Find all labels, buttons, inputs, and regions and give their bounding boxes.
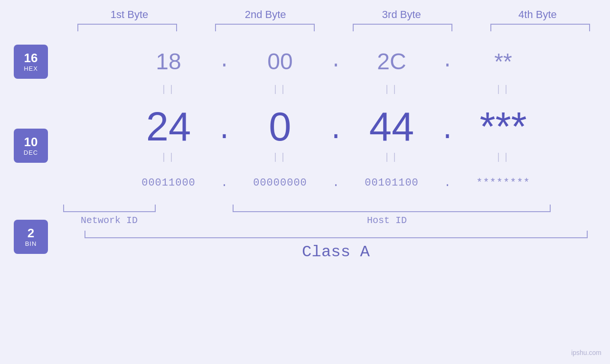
hex-badge: 16 HEX <box>14 45 48 79</box>
dec-dot3: . <box>439 118 456 147</box>
dec-byte3: 44 <box>344 106 439 147</box>
bin-byte3: 00101100 <box>344 177 439 189</box>
bottom-brackets <box>62 205 610 212</box>
network-bracket <box>63 205 156 212</box>
eq2-b4: || <box>456 152 551 163</box>
hex-byte4: ** <box>456 48 551 75</box>
bin-dot3: . <box>439 176 456 190</box>
hex-label: HEX <box>24 65 38 72</box>
host-bracket <box>233 205 551 212</box>
hex-byte3: 2C <box>344 48 439 75</box>
dec-byte2: 0 <box>233 106 328 147</box>
dec-row: 24 . 0 . 44 . *** <box>62 96 610 150</box>
bin-label: BIN <box>25 240 37 247</box>
equals-row-1: || || || || <box>62 83 610 96</box>
byte3-top-bracket <box>353 24 452 31</box>
eq1-b3: || <box>344 84 439 95</box>
hex-number: 16 <box>24 51 38 65</box>
hex-dot1: . <box>216 51 233 72</box>
byte1-top-bracket <box>77 24 177 31</box>
id-labels: Network ID Host ID <box>62 215 610 226</box>
class-label: Class A <box>302 243 370 261</box>
byte3-header: 3rd Byte <box>349 9 454 21</box>
host-id-label: Host ID <box>173 215 610 226</box>
bin-byte4: ******** <box>456 177 551 189</box>
bin-dot2: . <box>328 176 344 190</box>
hex-byte1: 18 <box>121 48 216 75</box>
dec-byte4: *** <box>456 106 551 147</box>
network-id-label: Network ID <box>62 215 157 226</box>
class-bracket <box>84 231 588 238</box>
watermark: ipshu.com <box>571 349 601 356</box>
hex-byte2: 00 <box>233 48 328 75</box>
byte2-header: 2nd Byte <box>213 9 318 21</box>
eq2-b1: || <box>121 152 216 163</box>
bin-byte2: 00000000 <box>233 177 328 189</box>
eq1-b4: || <box>456 84 551 95</box>
hex-dot2: . <box>328 51 344 72</box>
eq1-b2: || <box>233 84 328 95</box>
bin-dot1: . <box>216 176 233 190</box>
eq1-b1: || <box>121 84 216 95</box>
byte4-top-bracket <box>490 24 590 31</box>
dec-number: 10 <box>24 135 38 149</box>
main-container: 1st Byte 2nd Byte 3rd Byte 4th Byte 16 H… <box>0 0 610 364</box>
dec-byte1: 24 <box>121 106 216 147</box>
hex-row: 18 . 00 . 2C . ** <box>62 40 610 83</box>
byte2-top-bracket <box>215 24 315 31</box>
label-column: 16 HEX 10 DEC 2 BIN <box>0 40 62 364</box>
bin-byte1: 00011000 <box>121 177 216 189</box>
dec-dot1: . <box>216 118 233 147</box>
dec-badge: 10 DEC <box>14 129 48 163</box>
byte1-header: 1st Byte <box>77 9 182 21</box>
bin-row: 00011000 . 00000000 . 00101100 . *******… <box>62 164 610 202</box>
dec-dot2: . <box>328 118 344 147</box>
eq2-b2: || <box>233 152 328 163</box>
class-area: Class A <box>62 231 610 261</box>
hex-dot3: . <box>439 51 456 72</box>
eq2-b3: || <box>344 152 439 163</box>
equals-row-2: || || || || <box>62 150 610 164</box>
byte4-header: 4th Byte <box>485 9 590 21</box>
bin-badge: 2 BIN <box>14 220 48 254</box>
values-area: 18 . 00 . 2C . ** || || || || 24 <box>62 40 610 364</box>
bin-number: 2 <box>28 226 34 240</box>
dec-label: DEC <box>24 149 38 156</box>
